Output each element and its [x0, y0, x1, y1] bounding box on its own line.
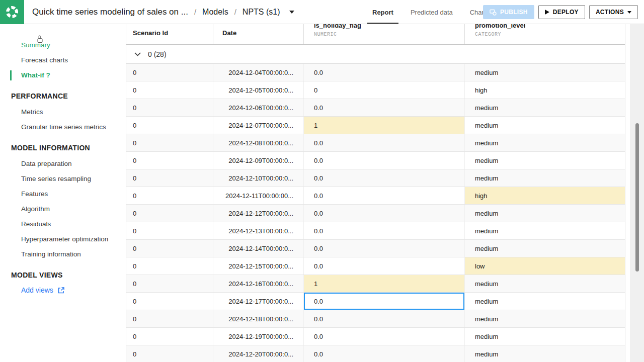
cell-promotion-level[interactable]: medium [464, 275, 625, 292]
project-title[interactable]: Quick time series modeling of sales on .… [32, 7, 188, 17]
cell-date[interactable]: 2024-12-08T00:00:0... [213, 134, 303, 151]
sidebar-item-metrics[interactable]: Metrics [0, 105, 121, 120]
cell-scenario-id[interactable]: 0 [126, 64, 213, 81]
cell-date[interactable]: 2024-12-14T00:00:0... [213, 240, 303, 257]
cell-date[interactable]: 2024-12-05T00:00:0... [213, 81, 303, 99]
cell-scenario-id[interactable]: 0 [126, 345, 213, 362]
tab-report[interactable]: Report [372, 0, 393, 24]
add-views-link[interactable]: Add views [21, 286, 121, 294]
cell-scenario-id[interactable]: 0 [126, 169, 213, 187]
group-row[interactable]: 0 (28) [126, 45, 625, 64]
cell-promotion-level[interactable]: medium [464, 293, 625, 310]
sidebar-item-data-preparation[interactable]: Data preparation [0, 156, 121, 171]
cell-is-holiday-flag[interactable]: 0.0 [303, 310, 464, 327]
cell-date[interactable]: 2024-12-17T00:00:0... [213, 293, 303, 310]
cell-promotion-level[interactable]: medium [464, 328, 625, 345]
cell-is-holiday-flag[interactable]: 0.0 [303, 64, 464, 81]
cell-scenario-id[interactable]: 0 [126, 257, 213, 275]
cell-is-holiday-flag[interactable]: 0.0 [303, 152, 464, 169]
publish-button[interactable]: PUBLISH [483, 5, 534, 19]
cell-is-holiday-flag[interactable]: 0 [303, 81, 464, 99]
cell-is-holiday-flag[interactable]: 0.0 [303, 134, 464, 151]
cell-is-holiday-flag[interactable]: 0.0 [303, 328, 464, 345]
sidebar-item-time-series-resampling[interactable]: Time series resampling [0, 171, 121, 187]
cell-promotion-level[interactable]: medium [464, 205, 625, 222]
sidebar-item-forecast-charts[interactable]: Forecast charts [0, 53, 121, 68]
cell-scenario-id[interactable]: 0 [126, 99, 213, 116]
table-row: 0 2024-12-06T00:00:0... 0.0 medium [126, 99, 625, 117]
cell-promotion-level[interactable]: medium [464, 152, 625, 169]
cell-scenario-id[interactable]: 0 [126, 205, 213, 222]
cell-scenario-id[interactable]: 0 [126, 328, 213, 345]
cell-is-holiday-flag[interactable]: 0.0 [303, 222, 464, 239]
sidebar-item-training-information[interactable]: Training information [0, 247, 121, 262]
dataiku-logo[interactable] [0, 0, 24, 24]
cell-date[interactable]: 2024-12-10T00:00:0... [213, 169, 303, 187]
cell-promotion-level[interactable]: medium [464, 169, 625, 187]
cell-date[interactable]: 2024-12-04T00:00:0... [213, 64, 303, 81]
cell-promotion-level[interactable]: medium [464, 240, 625, 257]
column-header-date[interactable]: Date [213, 24, 303, 44]
breadcrumb-models[interactable]: Models [202, 8, 228, 17]
cell-is-holiday-flag[interactable]: 0.0 [303, 240, 464, 257]
cell-is-holiday-flag[interactable]: 0.0 [303, 257, 464, 275]
sidebar-item-algorithm[interactable]: Algorithm [0, 202, 121, 217]
cell-is-holiday-flag[interactable]: 0.0 [303, 293, 464, 310]
cell-scenario-id[interactable]: 0 [126, 187, 213, 204]
cell-date[interactable]: 2024-12-06T00:00:0... [213, 99, 303, 116]
cell-scenario-id[interactable]: 0 [126, 293, 213, 310]
cell-scenario-id[interactable]: 0 [126, 310, 213, 327]
cell-is-holiday-flag[interactable]: 0.0 [303, 99, 464, 116]
cell-date[interactable]: 2024-12-16T00:00:0... [213, 275, 303, 292]
cell-is-holiday-flag[interactable]: 1 [303, 275, 464, 292]
cell-promotion-level[interactable]: medium [464, 222, 625, 239]
cell-promotion-level[interactable]: medium [464, 345, 625, 362]
column-header-is-holiday-flag[interactable]: is_holiday_flag NUMERIC [303, 24, 464, 44]
sidebar-item-features[interactable]: Features [0, 187, 121, 202]
cell-promotion-level[interactable]: medium [464, 117, 625, 134]
sidebar-item-hyperparameter-optimization[interactable]: Hyperparameter optimization [0, 232, 121, 247]
tab-predicted-data[interactable]: Predicted data [411, 0, 453, 24]
cell-scenario-id[interactable]: 0 [126, 81, 213, 99]
vertical-scrollbar-track[interactable] [630, 24, 644, 362]
cell-promotion-level[interactable]: low [464, 257, 625, 275]
cell-scenario-id[interactable]: 0 [126, 117, 213, 134]
cell-promotion-level[interactable]: medium [464, 310, 625, 327]
external-link-icon [57, 287, 65, 294]
cell-is-holiday-flag[interactable]: 0.0 [303, 205, 464, 222]
cell-promotion-level[interactable]: high [464, 187, 625, 204]
sidebar-item-what-if[interactable]: What-if ? [0, 68, 121, 83]
sidebar-item-summary[interactable]: Summary [0, 38, 121, 53]
cell-scenario-id[interactable]: 0 [126, 275, 213, 292]
cell-date[interactable]: 2024-12-18T00:00:0... [213, 310, 303, 327]
cell-date[interactable]: 2024-12-20T00:00:0... [213, 345, 303, 362]
model-dropdown-caret-icon[interactable] [289, 11, 294, 14]
cell-scenario-id[interactable]: 0 [126, 222, 213, 239]
cell-date[interactable]: 2024-12-19T00:00:0... [213, 328, 303, 345]
column-header-promotion-level[interactable]: promotion_level CATEGORY [464, 24, 625, 44]
cell-date[interactable]: 2024-12-13T00:00:0... [213, 222, 303, 239]
vertical-scrollbar-thumb[interactable] [635, 123, 639, 272]
cell-is-holiday-flag[interactable]: 0.0 [303, 345, 464, 362]
cell-is-holiday-flag[interactable]: 0.0 [303, 169, 464, 187]
cell-promotion-level[interactable]: medium [464, 64, 625, 81]
actions-button[interactable]: ACTIONS [589, 5, 638, 19]
deploy-button[interactable]: DEPLOY [538, 5, 585, 19]
cell-promotion-level[interactable]: medium [464, 99, 625, 116]
cell-scenario-id[interactable]: 0 [126, 152, 213, 169]
cell-promotion-level[interactable]: high [464, 81, 625, 99]
cell-date[interactable]: 2024-12-11T00:00:00... [213, 187, 303, 204]
cell-scenario-id[interactable]: 0 [126, 134, 213, 151]
cell-scenario-id[interactable]: 0 [126, 240, 213, 257]
column-header-scenario-id[interactable]: Scenario Id [126, 24, 213, 44]
cell-promotion-level[interactable]: medium [464, 134, 625, 151]
cell-date[interactable]: 2024-12-15T00:00:0... [213, 257, 303, 275]
breadcrumb-model-name[interactable]: NPTS (s1) [243, 8, 280, 17]
cell-is-holiday-flag[interactable]: 0.0 [303, 187, 464, 204]
cell-date[interactable]: 2024-12-09T00:00:0... [213, 152, 303, 169]
cell-is-holiday-flag[interactable]: 1 [303, 117, 464, 134]
cell-date[interactable]: 2024-12-07T00:00:0... [213, 117, 303, 134]
sidebar-item-residuals[interactable]: Residuals [0, 217, 121, 232]
sidebar-item-granular-time-series-metrics[interactable]: Granular time series metrics [0, 120, 121, 135]
cell-date[interactable]: 2024-12-12T00:00:0... [213, 205, 303, 222]
